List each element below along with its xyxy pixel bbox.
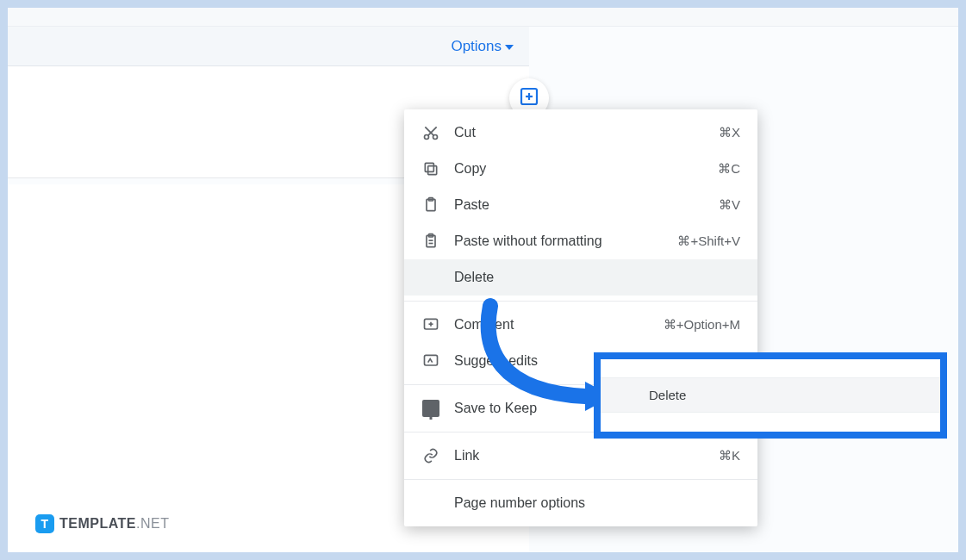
menu-shortcut: ⌘C <box>718 161 740 177</box>
menu-item-delete[interactable]: Delete <box>404 259 757 296</box>
suggest-icon <box>421 352 440 370</box>
branding-logo: T TEMPLATE.NET <box>35 514 169 533</box>
plus-icon <box>519 86 539 110</box>
menu-label: Comment <box>454 317 664 333</box>
callout-row-spacer <box>601 413 940 432</box>
menu-shortcut: ⌘X <box>719 125 740 140</box>
menu-item-paste-plain[interactable]: Paste without formatting ⌘+Shift+V <box>404 223 757 259</box>
options-toolbar: Options <box>8 27 529 66</box>
chevron-down-icon <box>505 45 514 50</box>
menu-item-paste[interactable]: Paste ⌘V <box>404 187 757 223</box>
menu-label: Cut <box>454 125 719 140</box>
context-menu: Cut ⌘X Copy ⌘C Paste ⌘V <box>404 109 757 526</box>
menu-label: Paste <box>454 197 719 213</box>
comment-icon <box>421 315 440 334</box>
keep-icon <box>421 399 440 418</box>
menu-shortcut: ⌘+Shift+V <box>677 233 740 249</box>
menu-separator <box>404 479 757 480</box>
svg-rect-8 <box>425 163 433 171</box>
zoom-callout: Delete <box>594 352 947 439</box>
options-label: Options <box>451 38 502 55</box>
menu-label: Delete <box>454 270 740 285</box>
callout-row-truncated <box>601 359 940 378</box>
callout-row-delete: Delete <box>601 378 940 413</box>
logo-badge-icon: T <box>35 514 54 533</box>
link-icon <box>421 446 440 465</box>
menu-label: Page number options <box>454 495 740 511</box>
menu-label: Paste without formatting <box>454 233 677 249</box>
app-frame: Options Cut ⌘X <box>7 7 959 553</box>
menu-item-copy[interactable]: Copy ⌘C <box>404 151 757 187</box>
menu-shortcut: ⌘K <box>719 448 740 464</box>
menu-label: Link <box>454 448 719 464</box>
copy-icon <box>421 159 440 178</box>
menu-separator <box>404 301 757 302</box>
menu-item-link[interactable]: Link ⌘K <box>404 438 757 474</box>
options-dropdown[interactable]: Options <box>451 38 514 55</box>
paste-plain-icon <box>421 232 440 251</box>
callout-delete-label: Delete <box>649 388 686 402</box>
menu-shortcut: ⌘V <box>719 197 740 213</box>
menu-shortcut: ⌘+Option+M <box>664 317 740 333</box>
cut-icon <box>421 123 440 142</box>
menu-label: Copy <box>454 161 718 177</box>
menu-item-comment[interactable]: Comment ⌘+Option+M <box>404 307 757 343</box>
window-header <box>8 8 958 27</box>
svg-rect-7 <box>428 166 437 175</box>
logo-text: TEMPLATE.NET <box>59 516 169 532</box>
menu-item-page-number[interactable]: Page number options <box>404 485 757 521</box>
menu-item-cut[interactable]: Cut ⌘X <box>404 115 757 151</box>
paste-icon <box>421 196 440 215</box>
